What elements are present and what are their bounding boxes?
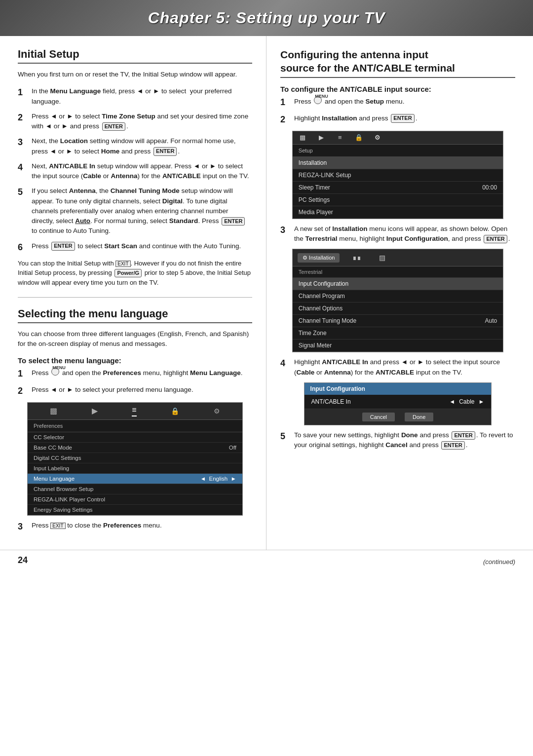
pref-tab-settings: ≡ [132, 406, 136, 416]
cancel-button[interactable]: Cancel [362, 413, 395, 421]
menu-btn-icon: MENU [51, 368, 59, 378]
menu-lang-steps: 1 Press MENU and open the Preferences me… [18, 368, 252, 397]
pref-row-menu-language: Menu Language ◄ English ► [28, 474, 242, 484]
left-column: Initial Setup When you first turn on or … [0, 36, 266, 550]
config-step-num-4: 4 [280, 357, 291, 370]
step-number-1: 1 [18, 86, 29, 99]
enter-button-icon: ENTER [102, 122, 125, 131]
config-step-content-2: Highlight Installation and press ENTER. [294, 113, 515, 123]
step-2: 2 Press ◄ or ► to select Time Zone Setup… [18, 112, 252, 132]
install-tab-gear: ⚙ Installation [298, 253, 340, 263]
setup-row-regza: REGZA-LINK Setup [293, 169, 503, 182]
install-screen-header: ⚙ Installation ∎∎ ▨ [293, 249, 503, 266]
enter-icon-c2: ENTER [391, 114, 414, 122]
ant-left-arrow: ◄ [449, 398, 455, 405]
config-step-4: 4 Highlight ANT/CABLE In and press ◄ or … [280, 357, 515, 378]
pref-row-cc-selector: CC Selector [28, 432, 242, 443]
config-steps: 1 Press MENU and open the Setup menu. 2 … [280, 96, 515, 126]
section-divider [18, 297, 252, 298]
config-step-num-2: 2 [280, 113, 291, 126]
preferences-screen: ▩ ▶ ≡ 🔒 ⚙ Preferences CC Selector Base C… [27, 402, 243, 516]
config-step-content-4: Highlight ANT/CABLE In and press ◄ or ► … [294, 357, 515, 378]
step-number-5: 5 [18, 186, 29, 198]
pref-screen-header: ▩ ▶ ≡ 🔒 ⚙ [28, 403, 242, 420]
pref-row-digital-cc: Digital CC Settings [28, 453, 242, 463]
menu-step-content-1: Press MENU and open the Preferences menu… [32, 368, 252, 378]
done-button[interactable]: Done [405, 413, 433, 421]
initial-setup-note: You can stop the Initial Setup with EXIT… [18, 259, 252, 288]
setup-screen-title: Setup [293, 145, 503, 157]
enter-icon-3: ENTER [153, 147, 177, 155]
config-step-num-3: 3 [280, 224, 291, 236]
ant-right-arrow: ► [479, 398, 485, 405]
tab-lock-icon: 🔒 [354, 134, 364, 141]
setup-row-media: Media Player [293, 206, 503, 219]
step-content-1: In the Menu Language field, press ◄ or ►… [32, 86, 252, 107]
pref-row-channel-browser: Channel Browser Setup [28, 484, 242, 494]
menu-step-number-3: 3 [18, 520, 29, 533]
install-row-channel-options: Channel Options [293, 302, 503, 315]
page-footer: 24 (continued) [0, 550, 533, 573]
enter-icon-c5: ENTER [452, 431, 475, 440]
config-steps-2: 3 A new set of Installation menu icons w… [280, 224, 515, 244]
setup-row-installation: Installation [293, 157, 503, 169]
configuring-title: Configuring the antenna inputsource for … [280, 48, 515, 78]
enter-icon-5: ENTER [222, 217, 245, 226]
initial-setup-steps: 1 In the Menu Language field, press ◄ or… [18, 86, 252, 253]
config-step-content-5: To save your new settings, highlight Don… [294, 430, 515, 451]
input-config-ant-row: ANT/CABLE In ◄ Cable ► [305, 395, 492, 409]
menu-step-1: 1 Press MENU and open the Preferences me… [18, 368, 252, 380]
selecting-menu-title: Selecting the menu language [18, 307, 252, 323]
exit-btn: EXIT [50, 523, 65, 529]
installation-screen: ⚙ Installation ∎∎ ▨ Terrestrial Input Co… [292, 249, 503, 352]
configuring-section: Configuring the antenna inputsource for … [280, 48, 515, 450]
page-title: Chapter 5: Setting up your TV [20, 9, 513, 27]
enter-icon-c5b: ENTER [441, 441, 464, 450]
menu-step-3: 3 Press EXIT to close the Preferences me… [18, 521, 252, 533]
page-number: 24 [18, 555, 28, 566]
install-tab-tv: ▨ [374, 252, 390, 263]
install-row-channel-program: Channel Program [293, 290, 503, 302]
menu-step-2: 2 Press ◄ or ► to select your preferred … [18, 385, 252, 397]
menu-step-number-2: 2 [18, 384, 29, 397]
to-config-title: To configure the ANT/CABLE input source: [280, 85, 515, 93]
input-config-actions: Cancel Done [305, 409, 492, 425]
step-number-2: 2 [18, 111, 29, 124]
config-step-num-5: 5 [280, 430, 291, 443]
step-1: 1 In the Menu Language field, press ◄ or… [18, 86, 252, 107]
step-content-5: If you select Antenna, the Channel Tunin… [32, 186, 252, 236]
tab-speaker-icon: ▶ [316, 134, 326, 141]
power-icon: Power/G [114, 269, 142, 277]
install-row-signal-meter: Signal Meter [293, 340, 503, 352]
pref-row-base-cc: Base CC ModeOff [28, 443, 242, 453]
menu-btn-right: MENU [314, 96, 322, 107]
step-content-3: Next, the Location setting window will a… [32, 136, 252, 156]
pref-tab-gear: ⚙ [214, 407, 220, 415]
to-select-menu-title: To select the menu language: [18, 356, 252, 365]
step-content-2: Press ◄ or ► to select Time Zone Setup a… [32, 112, 252, 132]
pref-screen-title: Preferences [28, 420, 242, 432]
install-row-terrestrial: Terrestrial [293, 266, 503, 278]
config-steps-3: 4 Highlight ANT/CABLE In and press ◄ or … [280, 357, 515, 378]
config-step-num-1: 1 [280, 96, 291, 109]
input-config-screen: Input Configuration ANT/CABLE In ◄ Cable… [304, 382, 492, 425]
config-step-1: 1 Press MENU and open the Setup menu. [280, 96, 515, 109]
step-number-4: 4 [18, 161, 29, 174]
setup-screen-header: ▩ ▶ ≡ 🔒 ⚙ [293, 131, 503, 145]
pref-row-input-labeling: Input Labeling [28, 463, 242, 474]
pref-row-regza-link: REGZA-LINK Player Control [28, 494, 242, 505]
page-header: Chapter 5: Setting up your TV [0, 0, 533, 36]
step-number-6: 6 [18, 241, 29, 254]
install-tab-antenna: ∎∎ [347, 252, 366, 263]
setup-row-pc: PC Settings [293, 194, 503, 206]
install-row-channel-tuning: Channel Tuning Mode Auto [293, 315, 503, 327]
step-content-6: Press ENTER to select Start Scan and con… [32, 241, 252, 251]
pref-tab-lock: 🔒 [171, 407, 179, 415]
setup-screen: ▩ ▶ ≡ 🔒 ⚙ Setup Installation REGZA-LINK … [292, 131, 503, 219]
config-step-5: 5 To save your new settings, highlight D… [280, 430, 515, 451]
enter-icon-c3: ENTER [484, 235, 507, 243]
right-column: Configuring the antenna inputsource for … [266, 36, 533, 550]
setup-row-sleep: Sleep Timer 00:00 [293, 182, 503, 194]
step-6: 6 Press ENTER to select Start Scan and c… [18, 241, 252, 254]
step-3: 3 Next, the Location setting window will… [18, 136, 252, 156]
